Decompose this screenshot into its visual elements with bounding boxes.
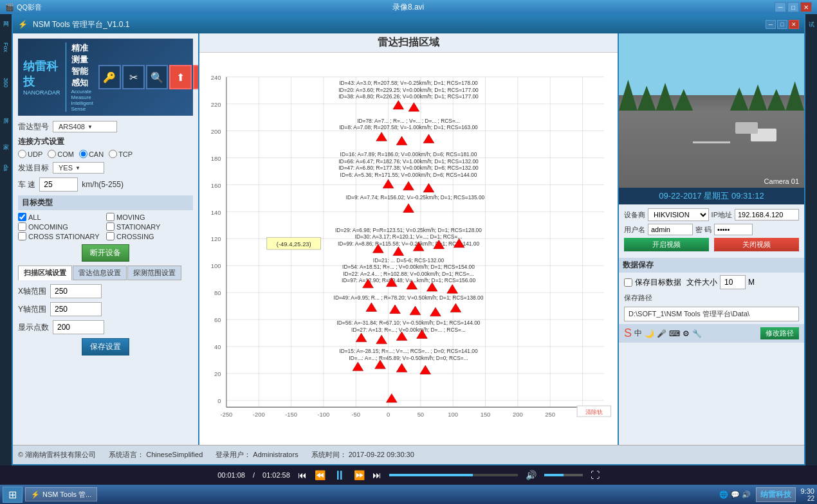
radio-can[interactable]: CAN [79, 150, 104, 158]
checkbox-cross-stationary[interactable]: CROSS STATIONARY [18, 232, 105, 240]
x-range-input[interactable] [50, 284, 102, 298]
app-taskbar-btn[interactable]: ⚡ NSM Tools 管... [25, 487, 97, 501]
progress-bar[interactable] [389, 474, 518, 476]
radar-type-select[interactable]: ARS408 ▼ [53, 121, 117, 132]
radio-udp-input[interactable] [18, 150, 26, 158]
radio-udp[interactable]: UDP [18, 150, 42, 158]
start-btn[interactable]: ⊞ [3, 487, 23, 503]
radio-tcp-input[interactable] [109, 150, 117, 158]
svg-text:ID=15: A=-28.15; R=...; V=...;: ID=15: A=-28.15; R=...; V=...; RCS=... ;… [339, 348, 478, 355]
close-outer-btn[interactable]: ✕ [800, 2, 812, 12]
close-video-btn[interactable]: 关闭视频 [714, 238, 799, 251]
svg-text:-100: -100 [317, 411, 329, 418]
checkbox-oncoming[interactable]: ONCOMING [18, 222, 105, 231]
modify-path-btn[interactable]: 修改路径 [760, 327, 799, 339]
file-size-label: 文件大小 [686, 277, 717, 288]
open-device-btn[interactable]: 断开设备 [82, 244, 129, 262]
maximize-app-btn[interactable]: □ [777, 20, 787, 29]
current-time: 00:01:08 [217, 471, 245, 479]
svg-text:180: 180 [211, 155, 221, 162]
checkbox-all[interactable]: ALL [18, 213, 105, 221]
tab-radar-info[interactable]: 雷达信息设置 [73, 266, 127, 280]
player-name: QQ影音 [17, 3, 42, 12]
display-count-input[interactable] [53, 320, 104, 334]
checkbox-stationary[interactable]: STATIONARY [106, 222, 193, 231]
send-target-select[interactable]: YES ▼ [53, 162, 104, 174]
progress-fill [389, 474, 473, 476]
svg-text:240: 240 [211, 74, 221, 81]
tab-detect-range[interactable]: 探测范围设置 [127, 266, 181, 280]
checkbox-cross-stationary-input[interactable] [18, 232, 26, 240]
lang-icon-zh[interactable]: 中 [634, 328, 642, 339]
device-settings: 设备商 HIKVISION IP地址 用户名 密 码 [619, 204, 804, 258]
ip-input[interactable] [735, 209, 799, 221]
pause-btn[interactable]: ⏸ [333, 468, 346, 483]
radio-tcp[interactable]: TCP [109, 150, 133, 158]
svg-text:ID=16: A=7.89; R=186.0; V=0.00: ID=16: A=7.89; R=186.0; V=0.00km/h; D=6;… [340, 151, 477, 158]
settings-icon[interactable]: ⚙ [683, 329, 690, 338]
next-btn[interactable]: ⏩ [354, 470, 365, 480]
prev-frame-btn[interactable]: ⏮ [298, 470, 307, 480]
tool-icon[interactable]: 🔧 [692, 329, 702, 338]
send-target-row: 发送目标 YES ▼ [18, 162, 193, 174]
svg-text:-200: -200 [253, 411, 265, 418]
minimize-app-btn[interactable]: ─ [766, 20, 776, 29]
upload-icon-btn[interactable]: ⬆ [169, 65, 192, 89]
logo-icon: 纳雷科技 NANORADAR [23, 59, 60, 96]
scissors-icon-btn[interactable]: ✂ [122, 65, 145, 89]
checkbox-oncoming-input[interactable] [18, 222, 26, 231]
keyboard-icon[interactable]: ⌨ [669, 329, 680, 338]
minimize-outer-btn[interactable]: ─ [775, 2, 786, 12]
total-time: 01:02:58 [262, 471, 290, 479]
radio-com[interactable]: COM [48, 150, 74, 158]
checkbox-crossing[interactable]: CROSSING [106, 232, 193, 240]
connection-label: 连接方式设置 [18, 136, 193, 147]
outer-title-center: 录像8.avi [392, 2, 424, 13]
checkbox-moving-input[interactable] [106, 213, 115, 221]
password-input[interactable] [714, 224, 753, 235]
username-label: 用户名 [624, 225, 645, 235]
radio-can-input[interactable] [79, 150, 87, 158]
camera-label: Camera 01 [764, 177, 799, 185]
chart-icon-btn[interactable]: 📊 [193, 65, 199, 89]
key-icon-btn[interactable]: 🔑 [98, 65, 121, 89]
search-icon-btn[interactable]: 🔍 [146, 65, 169, 89]
open-video-btn[interactable]: 开启视频 [624, 238, 709, 251]
radio-com-input[interactable] [48, 150, 56, 158]
close-app-btn[interactable]: ✕ [789, 20, 799, 29]
settings-tabs: 扫描区域设置 雷达信息设置 探测范围设置 [18, 266, 193, 280]
tab-scan-area[interactable]: 扫描区域设置 [18, 266, 72, 280]
time-separator: / [253, 471, 255, 479]
maximize-outer-btn[interactable]: □ [787, 2, 799, 12]
checkbox-moving[interactable]: MOVING [106, 213, 193, 221]
username-input[interactable] [648, 224, 693, 235]
outer-title-left: 🎬 QQ影音 [5, 3, 42, 12]
device-select[interactable]: HIKVISION [648, 208, 709, 221]
y-range-input[interactable] [50, 302, 102, 316]
mic-icon[interactable]: 🎤 [657, 329, 666, 338]
taskbar-brand-btn[interactable]: 纳雷科技 [756, 487, 796, 502]
save-settings-btn[interactable]: 保存设置 [82, 338, 129, 356]
slogan1: 精准测量 [71, 42, 93, 66]
x-range-label: X轴范围 [18, 286, 46, 297]
volume-btn[interactable]: 🔊 [526, 470, 537, 480]
next-frame-btn[interactable]: ⏭ [372, 470, 381, 480]
fullscreen-btn[interactable]: ⛶ [591, 470, 600, 480]
left-icon-3[interactable]: 360 [3, 78, 9, 87]
speed-input[interactable] [39, 177, 78, 192]
checkbox-all-input[interactable] [18, 213, 26, 221]
svg-text:ID=29: A=6.98; P=R=123.51; V=0: ID=29: A=6.98; P=R=123.51; V=0.25km/h; D… [335, 227, 482, 233]
checkbox-moving-label: MOVING [116, 213, 145, 221]
checkbox-crossing-input[interactable] [106, 232, 115, 240]
outer-title-bar: 🎬 QQ影音 录像8.avi ─ □ ✕ [0, 0, 817, 14]
save-target-checkbox[interactable] [624, 278, 632, 287]
file-size-input[interactable] [720, 275, 746, 289]
media-control-bar: 00:01:08 / 01:02:58 ⏮ ⏪ ⏸ ⏩ ⏭ 🔊 ⛶ [0, 465, 817, 485]
prev-btn[interactable]: ⏪ [315, 470, 326, 480]
display-count-label: 显示点数 [18, 322, 49, 333]
left-icon-2[interactable]: Fox [3, 42, 9, 52]
data-save-section: 数据保存 保存目标数据 文件大小 M 保存路径 D:\SOFT_1\NSM To… [619, 258, 804, 321]
left-icon-6[interactable]: da [3, 165, 9, 171]
checkbox-stationary-input[interactable] [106, 222, 115, 231]
volume-bar[interactable] [544, 474, 583, 476]
